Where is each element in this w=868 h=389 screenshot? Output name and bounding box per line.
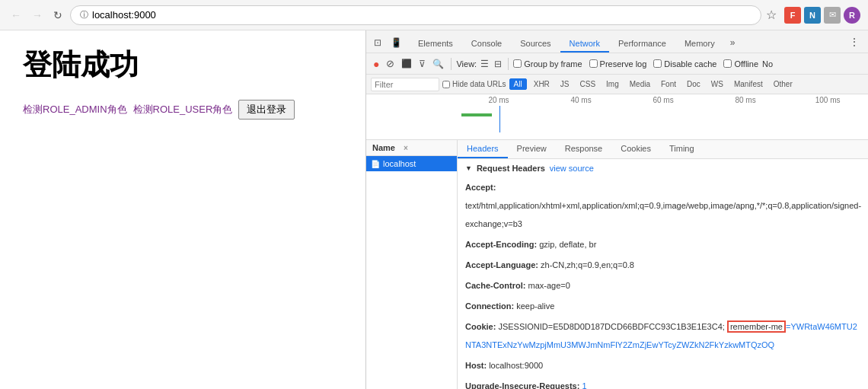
ext2-button[interactable]: N (804, 7, 821, 24)
tab-elements[interactable]: Elements (409, 36, 462, 53)
detail-tab-headers[interactable]: Headers (458, 140, 508, 158)
role-admin-link[interactable]: 检测ROLE_ADMIN角色 (23, 103, 127, 116)
refresh-button[interactable]: ↻ (50, 8, 65, 23)
detail-tab-preview[interactable]: Preview (508, 140, 556, 158)
view-source-link[interactable]: view source (550, 164, 594, 173)
tl-label-20ms: 20 ms (458, 96, 540, 104)
filter-img-pill[interactable]: Img (602, 79, 623, 89)
cookie-highlight: remember-me (727, 320, 786, 333)
offline-checkbox[interactable] (723, 59, 732, 68)
tab-network[interactable]: Network (560, 36, 609, 53)
page-title: 登陆成功 (23, 46, 343, 84)
filter-doc-pill[interactable]: Doc (683, 79, 704, 89)
view-label: View: (456, 59, 477, 69)
url-lock-icon: ⓘ (80, 9, 88, 21)
devtools-menu-button[interactable]: ⋮ (843, 33, 866, 51)
tl-label-60ms: 60 ms (622, 96, 704, 104)
logout-button[interactable]: 退出登录 (238, 100, 295, 120)
hide-data-urls-checkbox[interactable] (442, 81, 450, 88)
network-row-localhost[interactable]: 📄 localhost (366, 156, 457, 171)
header-value-accept: text/html,application/xhtml+xml,applicat… (465, 201, 861, 228)
back-button[interactable]: ← (8, 8, 24, 23)
group-by-frame-label[interactable]: Group by frame (513, 59, 582, 69)
extensions: F N ✉ R (784, 7, 860, 24)
tab-console[interactable]: Console (462, 36, 511, 53)
filter-js-pill[interactable]: JS (557, 79, 573, 89)
preserve-log-label[interactable]: Preserve log (589, 59, 647, 69)
search-icon[interactable]: 🔍 (430, 59, 446, 69)
request-headers-section: ▼ Request Headers view source Accept: te… (458, 159, 868, 389)
bookmark-icon[interactable]: ☆ (766, 8, 777, 22)
group-by-frame-checkbox[interactable] (513, 59, 522, 68)
filter-ws-pill[interactable]: WS (707, 79, 727, 89)
preserve-log-checkbox[interactable] (589, 59, 598, 68)
header-name-upgrade: Upgrade-Insecure-Requests: (465, 381, 582, 389)
header-upgrade: Upgrade-Insecure-Requests: 1 (465, 376, 861, 389)
filter-icon[interactable]: ⊽ (416, 59, 428, 69)
header-name-accept: Accept: (465, 183, 496, 192)
file-icon: 📄 (371, 160, 380, 168)
ext4-button[interactable]: R (844, 7, 860, 24)
clear-button[interactable]: ⊘ (384, 58, 397, 69)
filter-row: Hide data URLs All XHR JS CSS Img Media … (366, 75, 868, 94)
section-arrow: ▼ (465, 164, 472, 172)
url-text: localhost:9000 (92, 9, 156, 21)
header-value-accept-encoding: gzip, deflate, br (539, 240, 596, 249)
offline-label[interactable]: Offline (723, 59, 758, 69)
disable-cache-label[interactable]: Disable cache (653, 59, 716, 69)
ext3-button[interactable]: ✉ (824, 7, 841, 24)
name-panel: Name × 📄 localhost (366, 140, 458, 389)
header-name-accept-encoding: Accept-Encoding: (465, 240, 539, 249)
tl-label-80ms: 80 ms (704, 96, 787, 104)
header-value-host: localhost:9000 (489, 361, 543, 370)
detail-tab-cookies[interactable]: Cookies (611, 140, 660, 158)
device-icon[interactable]: 📱 (388, 34, 404, 51)
page-links: 检测ROLE_ADMIN角色 检测ROLE_USER角色 退出登录 (23, 100, 343, 120)
hide-data-urls-label[interactable]: Hide data URLs (442, 80, 506, 88)
header-value-accept-language: zh-CN,zh;q=0.9,en;q=0.8 (541, 260, 634, 269)
devtools-tabs: ⊡ 📱 Elements Console Sources Network Per… (366, 30, 868, 53)
timeline-area: 20 ms 40 ms 60 ms 80 ms 100 ms (366, 94, 868, 140)
devtools-panel: ⊡ 📱 Elements Console Sources Network Per… (365, 30, 868, 389)
filter-font-pill[interactable]: Font (657, 79, 680, 89)
tl-label-100ms: 100 ms (787, 96, 868, 104)
filter-media-pill[interactable]: Media (626, 79, 654, 89)
header-value-connection: keep-alive (516, 301, 554, 311)
filter-other-pill[interactable]: Other (770, 79, 796, 89)
header-cookie: Cookie: JSESSIONID=E5D8D0D187DCD66BDFCC9… (465, 317, 861, 353)
role-user-link[interactable]: 检测ROLE_USER角色 (133, 103, 233, 116)
header-accept-encoding: Accept-Encoding: gzip, deflate, br (465, 234, 861, 253)
tab-memory[interactable]: Memory (675, 36, 724, 53)
timeline-cursor (499, 106, 500, 132)
page-content: 登陆成功 检测ROLE_ADMIN角色 检测ROLE_USER角色 退出登录 (0, 30, 365, 389)
filter-input[interactable] (371, 78, 439, 91)
url-bar[interactable]: ⓘ localhost:9000 (70, 5, 761, 25)
forward-button[interactable]: → (29, 8, 46, 23)
grid-view-icon[interactable]: ⊟ (493, 59, 503, 69)
filter-manifest-pill[interactable]: Manifest (730, 79, 767, 89)
more-tabs-button[interactable]: » (724, 34, 742, 51)
filter-all-pill[interactable]: All (509, 78, 527, 90)
devtools-main: Name × 📄 localhost Headers Preview Respo… (366, 140, 868, 389)
throttle-label: No (762, 59, 773, 69)
list-view-icon[interactable]: ☰ (479, 59, 490, 69)
detail-tabs: Headers Preview Response Cookies Timing (458, 140, 868, 159)
detail-tab-response[interactable]: Response (556, 140, 612, 158)
header-name-connection: Connection: (465, 301, 516, 311)
network-item-name: localhost (383, 159, 416, 168)
tab-performance[interactable]: Performance (609, 36, 675, 53)
tab-sources[interactable]: Sources (511, 36, 560, 53)
ext1-button[interactable]: F (784, 7, 801, 24)
filter-css-pill[interactable]: CSS (576, 79, 600, 89)
record-button[interactable]: ● (371, 58, 381, 70)
video-button[interactable]: ⬛ (399, 59, 414, 69)
detail-tab-timing[interactable]: Timing (660, 140, 704, 158)
filter-xhr-pill[interactable]: XHR (530, 79, 554, 89)
header-value-upgrade: 1 (582, 381, 586, 389)
disable-cache-checkbox[interactable] (653, 59, 662, 68)
header-name-cache-control: Cache-Control: (465, 281, 528, 290)
header-accept: Accept: text/html,application/xhtml+xml,… (465, 177, 861, 232)
request-headers-title: ▼ Request Headers view source (465, 164, 861, 173)
inspector-icon[interactable]: ⊡ (369, 34, 386, 51)
header-name-cookie: Cookie: (465, 322, 498, 331)
